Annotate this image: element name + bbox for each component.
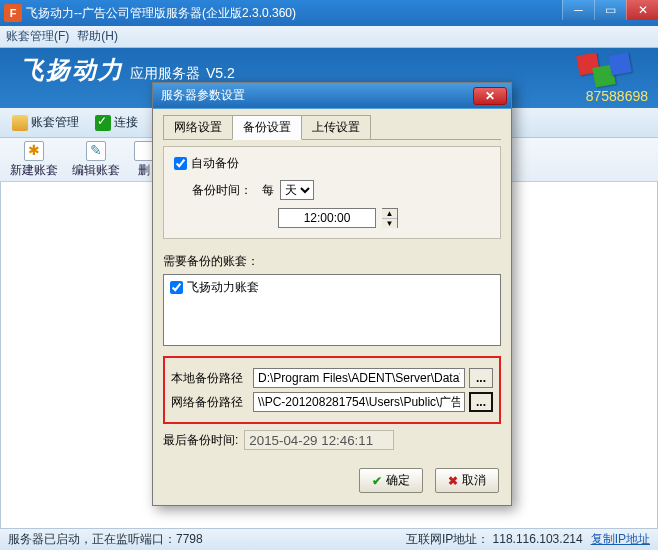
chevron-up-icon[interactable]: ▲ — [382, 209, 397, 219]
auto-backup-input[interactable] — [174, 157, 187, 170]
delete-account-button[interactable]: 删 — [134, 141, 154, 179]
net-path-label: 网络备份路径 — [171, 394, 249, 411]
brand-text: 飞扬动力 — [20, 54, 124, 86]
accounts-manage-label: 账套管理 — [31, 114, 79, 131]
list-item[interactable]: 飞扬动力账套 — [170, 279, 494, 296]
accounts-manage-button[interactable]: 账套管理 — [6, 112, 85, 133]
contact-number: 87588698 — [586, 88, 648, 104]
local-path-input[interactable] — [253, 368, 465, 388]
edit-account-label: 编辑账套 — [72, 162, 120, 179]
ok-label: 确定 — [386, 472, 410, 489]
cancel-label: 取消 — [462, 472, 486, 489]
backup-group: 自动备份 备份时间： 每 天 ▲▼ — [163, 146, 501, 239]
server-params-dialog: 服务器参数设置 ✕ 网络设置 备份设置 上传设置 自动备份 备份时间： 每 天 … — [152, 82, 512, 506]
folder-icon — [12, 115, 28, 131]
delete-account-label: 删 — [138, 162, 150, 179]
delete-icon — [134, 141, 154, 161]
minimize-button[interactable]: ─ — [562, 0, 594, 20]
dialog-close-button[interactable]: ✕ — [473, 87, 507, 105]
chevron-down-icon[interactable]: ▼ — [382, 219, 397, 228]
cancel-button[interactable]: ✖ 取消 — [435, 468, 499, 493]
tab-network[interactable]: 网络设置 — [163, 115, 233, 139]
window-titlebar: F 飞扬动力--广告公司管理版服务器(企业版2.3.0.360) ─ ▭ ✕ — [0, 0, 658, 26]
menu-accounts[interactable]: 账套管理(F) — [6, 28, 69, 45]
brand-version: V5.2 — [206, 65, 235, 81]
check-icon — [95, 115, 111, 131]
menu-help[interactable]: 帮助(H) — [77, 28, 118, 45]
app-icon: F — [4, 4, 22, 22]
last-backup-label: 最后备份时间: — [163, 432, 238, 449]
paths-highlight: 本地备份路径 ... 网络备份路径 ... — [163, 356, 501, 424]
new-account-button[interactable]: 新建账套 — [10, 141, 58, 179]
status-bar: 服务器已启动，正在监听端口：7798 互联网IP地址： 118.116.103.… — [0, 528, 658, 550]
tab-backup[interactable]: 备份设置 — [232, 115, 302, 140]
local-path-browse-button[interactable]: ... — [469, 368, 493, 388]
last-backup-value — [244, 430, 394, 450]
net-path-browse-button[interactable]: ... — [469, 392, 493, 412]
tab-upload[interactable]: 上传设置 — [301, 115, 371, 139]
menu-bar: 账套管理(F) 帮助(H) — [0, 26, 658, 48]
ip-label: 互联网IP地址： — [406, 532, 489, 546]
connect-button[interactable]: 连接 — [89, 112, 144, 133]
backup-time-input[interactable] — [278, 208, 376, 228]
copy-ip-link[interactable]: 复制IP地址 — [591, 531, 650, 548]
net-path-input[interactable] — [253, 392, 465, 412]
ip-value: 118.116.103.214 — [493, 532, 583, 546]
auto-backup-label: 自动备份 — [191, 155, 239, 172]
logo-cubes-icon — [572, 52, 640, 92]
window-close-button[interactable]: ✕ — [626, 0, 658, 20]
freq-unit-select[interactable]: 天 — [280, 180, 314, 200]
connect-label: 连接 — [114, 114, 138, 131]
brand-sub: 应用服务器 — [130, 65, 200, 83]
dialog-titlebar: 服务器参数设置 ✕ — [153, 83, 511, 109]
close-icon: ✖ — [448, 474, 458, 488]
dialog-title: 服务器参数设置 — [161, 87, 245, 104]
need-backup-label: 需要备份的账套： — [163, 253, 501, 270]
list-item-checkbox[interactable] — [170, 281, 183, 294]
list-item-label: 飞扬动力账套 — [187, 279, 259, 296]
ok-button[interactable]: ✔ 确定 — [359, 468, 423, 493]
edit-icon — [86, 141, 106, 161]
edit-account-button[interactable]: 编辑账套 — [72, 141, 120, 179]
status-left: 服务器已启动，正在监听端口：7798 — [8, 531, 203, 548]
time-spinner[interactable]: ▲▼ — [382, 208, 398, 228]
new-account-label: 新建账套 — [10, 162, 58, 179]
accounts-listbox[interactable]: 飞扬动力账套 — [163, 274, 501, 346]
check-icon: ✔ — [372, 474, 382, 488]
auto-backup-checkbox[interactable]: 自动备份 — [174, 155, 490, 172]
maximize-button[interactable]: ▭ — [594, 0, 626, 20]
window-title: 飞扬动力--广告公司管理版服务器(企业版2.3.0.360) — [26, 5, 296, 22]
backup-time-label: 备份时间： — [192, 182, 256, 199]
freq-prefix: 每 — [262, 182, 274, 199]
dialog-tabs: 网络设置 备份设置 上传设置 — [163, 115, 501, 140]
new-icon — [24, 141, 44, 161]
local-path-label: 本地备份路径 — [171, 370, 249, 387]
